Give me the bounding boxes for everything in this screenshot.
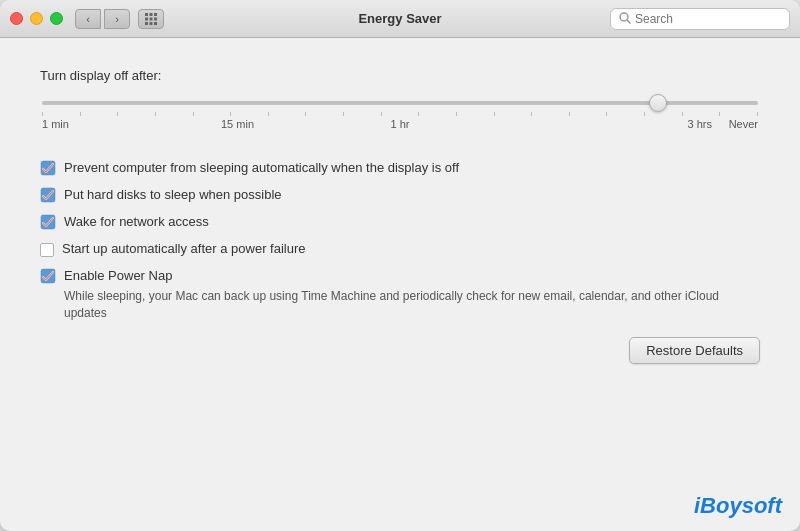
checkbox-wake-network-label: Wake for network access [64, 214, 209, 231]
grid-button[interactable] [138, 9, 164, 29]
tick [80, 112, 81, 116]
slider-label-1hr: 1 hr [391, 118, 410, 130]
svg-rect-1 [150, 13, 153, 16]
tick [343, 112, 344, 116]
svg-rect-6 [145, 22, 148, 25]
svg-rect-7 [150, 22, 153, 25]
svg-line-10 [627, 20, 630, 23]
tick [268, 112, 269, 116]
tick [644, 112, 645, 116]
forward-button[interactable]: › [104, 9, 130, 29]
slider-label-1min: 1 min [42, 118, 69, 130]
checkbox-power-nap-group: Enable Power Nap While sleeping, your Ma… [40, 268, 760, 322]
grid-icon [144, 12, 158, 26]
traffic-lights [10, 12, 63, 25]
checkbox-power-nap: Enable Power Nap [40, 268, 760, 285]
display-sleep-slider[interactable] [42, 101, 758, 105]
minimize-button[interactable] [30, 12, 43, 25]
maximize-button[interactable] [50, 12, 63, 25]
tick-row [42, 112, 758, 116]
close-button[interactable] [10, 12, 23, 25]
slider-wrapper: 1 min 15 min 1 hr 3 hrs Never [40, 91, 760, 118]
tick [569, 112, 570, 116]
slider-label-15min: 15 min [221, 118, 254, 130]
svg-rect-5 [154, 17, 157, 20]
slider-label-3hrs: 3 hrs [688, 118, 712, 130]
checkbox-hard-disk-sleep-icon[interactable] [40, 187, 56, 203]
back-button[interactable]: ‹ [75, 9, 101, 29]
tick [606, 112, 607, 116]
checkboxes-section: Prevent computer from sleeping automatic… [40, 160, 760, 322]
svg-rect-2 [154, 13, 157, 16]
tick [155, 112, 156, 116]
checkbox-wake-network: Wake for network access [40, 214, 760, 231]
tick [381, 112, 382, 116]
svg-rect-8 [154, 22, 157, 25]
checkbox-prevent-sleep-icon[interactable] [40, 160, 56, 176]
tick [456, 112, 457, 116]
svg-rect-0 [145, 13, 148, 16]
checkbox-prevent-sleep-label: Prevent computer from sleeping automatic… [64, 160, 459, 177]
tick [230, 112, 231, 116]
tick [531, 112, 532, 116]
slider-label-never: Never [729, 118, 758, 130]
main-content: Turn display off after: [0, 38, 800, 531]
checkbox-prevent-sleep: Prevent computer from sleeping automatic… [40, 160, 760, 177]
tick [494, 112, 495, 116]
window-title: Energy Saver [358, 11, 441, 26]
tick [42, 112, 43, 116]
checkbox-auto-start-box[interactable] [40, 243, 54, 257]
tick [757, 112, 758, 116]
search-input[interactable] [635, 12, 781, 26]
tick [193, 112, 194, 116]
svg-rect-4 [150, 17, 153, 20]
svg-rect-3 [145, 17, 148, 20]
checkbox-hard-disk-sleep: Put hard disks to sleep when possible [40, 187, 760, 204]
slider-section: Turn display off after: [40, 68, 760, 118]
restore-defaults-button[interactable]: Restore Defaults [629, 337, 760, 364]
bottom-bar: Restore Defaults [40, 322, 760, 374]
checkbox-auto-start-label: Start up automatically after a power fai… [62, 241, 306, 258]
search-icon [619, 12, 631, 26]
watermark-text: iBoysoft [694, 493, 782, 518]
checkbox-power-nap-label: Enable Power Nap [64, 268, 172, 285]
slider-label: Turn display off after: [40, 68, 760, 83]
checkbox-power-nap-icon[interactable] [40, 268, 56, 284]
tick [418, 112, 419, 116]
nav-buttons: ‹ › [75, 9, 130, 29]
main-window: ‹ › Energy Saver [0, 0, 800, 531]
titlebar: ‹ › Energy Saver [0, 0, 800, 38]
checkbox-hard-disk-sleep-label: Put hard disks to sleep when possible [64, 187, 282, 204]
search-bar[interactable] [610, 8, 790, 30]
power-nap-description: While sleeping, your Mac can back up usi… [64, 288, 760, 322]
tick [682, 112, 683, 116]
tick [305, 112, 306, 116]
checkbox-auto-start: Start up automatically after a power fai… [40, 241, 760, 258]
tick [719, 112, 720, 116]
tick [117, 112, 118, 116]
checkbox-wake-network-icon[interactable] [40, 214, 56, 230]
watermark: iBoysoft [694, 493, 782, 519]
